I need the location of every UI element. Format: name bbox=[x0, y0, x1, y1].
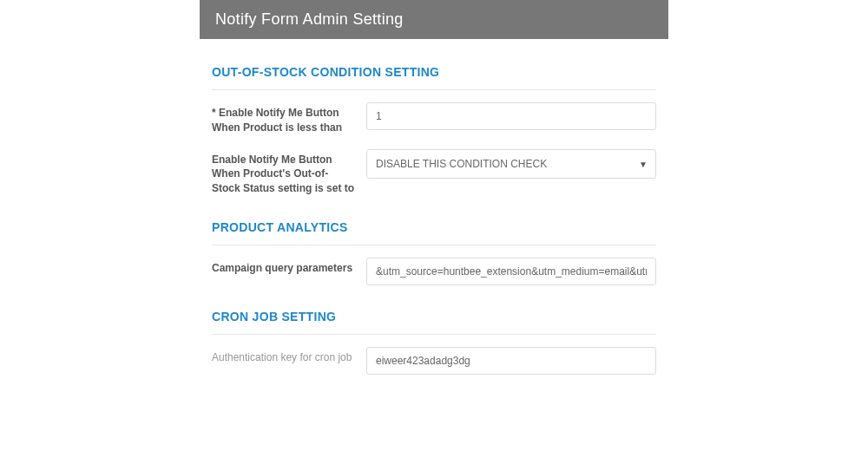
form-row-authkey: Authentication key for cron job bbox=[212, 347, 656, 375]
section-body: Authentication key for cron job bbox=[212, 334, 656, 375]
settings-content: OUT-OF-STOCK CONDITION SETTING * Enable … bbox=[200, 39, 668, 375]
section-body: * Enable Notify Me Button When Product i… bbox=[212, 89, 656, 196]
section-title-out-of-stock: OUT-OF-STOCK CONDITION SETTING bbox=[212, 65, 656, 79]
status-select[interactable]: DISABLE THIS CONDITION CHECK bbox=[366, 149, 656, 179]
threshold-input[interactable] bbox=[366, 102, 656, 130]
form-row-campaign: Campaign query parameters bbox=[212, 258, 656, 285]
section-title-cron: CRON JOB SETTING bbox=[212, 310, 656, 323]
page-header: Notify Form Admin Setting bbox=[200, 0, 668, 39]
select-wrapper: DISABLE THIS CONDITION CHECK ▼ bbox=[366, 149, 656, 179]
admin-settings-panel: Notify Form Admin Setting OUT-OF-STOCK C… bbox=[200, 0, 668, 375]
cron-section: CRON JOB SETTING Authentication key for … bbox=[212, 310, 656, 375]
control-threshold bbox=[366, 102, 656, 130]
authkey-input[interactable] bbox=[366, 347, 656, 375]
page-title: Notify Form Admin Setting bbox=[215, 10, 404, 28]
control-campaign bbox=[366, 258, 656, 285]
out-of-stock-section: OUT-OF-STOCK CONDITION SETTING * Enable … bbox=[212, 65, 656, 196]
form-row-status: Enable Notify Me Button When Product's O… bbox=[212, 149, 656, 196]
section-body: Campaign query parameters bbox=[212, 245, 656, 285]
label-status: Enable Notify Me Button When Product's O… bbox=[212, 149, 366, 196]
section-title-analytics: PRODUCT ANALYTICS bbox=[212, 220, 656, 234]
label-campaign: Campaign query parameters bbox=[212, 258, 366, 276]
control-authkey bbox=[366, 347, 656, 375]
campaign-input[interactable] bbox=[366, 258, 656, 285]
analytics-section: PRODUCT ANALYTICS Campaign query paramet… bbox=[212, 220, 656, 285]
label-authkey: Authentication key for cron job bbox=[212, 347, 366, 365]
form-row-threshold: * Enable Notify Me Button When Product i… bbox=[212, 102, 656, 135]
control-status: DISABLE THIS CONDITION CHECK ▼ bbox=[366, 149, 656, 179]
label-threshold: * Enable Notify Me Button When Product i… bbox=[212, 102, 366, 135]
